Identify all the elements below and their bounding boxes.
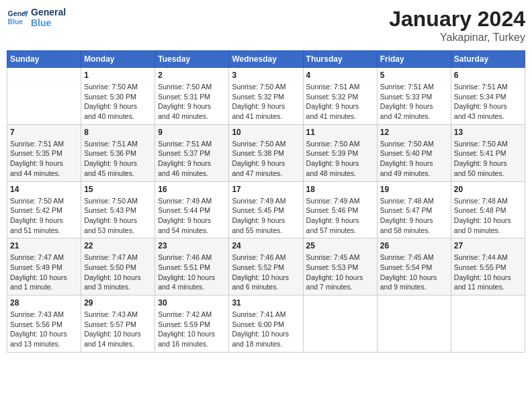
day-info: Sunrise: 7:50 AMSunset: 5:30 PMDaylight:…: [84, 82, 152, 122]
calendar-cell: 19Sunrise: 7:48 AMSunset: 5:47 PMDayligh…: [377, 181, 451, 238]
calendar-cell: 11Sunrise: 7:50 AMSunset: 5:39 PMDayligh…: [303, 124, 377, 181]
day-number: 31: [232, 298, 300, 308]
logo-text: GeneralBlue: [31, 7, 66, 28]
day-info: Sunrise: 7:43 AMSunset: 5:57 PMDaylight:…: [84, 310, 152, 349]
calendar-cell: 8Sunrise: 7:51 AMSunset: 5:36 PMDaylight…: [81, 124, 155, 181]
calendar-cell: 31Sunrise: 7:41 AMSunset: 6:00 PMDayligh…: [229, 295, 303, 353]
calendar-cell: 12Sunrise: 7:50 AMSunset: 5:40 PMDayligh…: [377, 124, 451, 181]
day-number: 21: [10, 241, 78, 250]
day-number: 18: [306, 185, 374, 194]
day-number: 22: [84, 241, 152, 250]
svg-text:Blue: Blue: [8, 18, 24, 26]
day-number: 13: [454, 128, 522, 137]
calendar-cell: 13Sunrise: 7:50 AMSunset: 5:41 PMDayligh…: [451, 124, 525, 181]
page-header: General Blue GeneralBlue January 2024 Ya…: [7, 7, 525, 44]
calendar-cell: 14Sunrise: 7:50 AMSunset: 5:42 PMDayligh…: [7, 181, 81, 238]
day-info: Sunrise: 7:50 AMSunset: 5:40 PMDaylight:…: [380, 139, 448, 179]
day-number: 17: [232, 185, 300, 194]
calendar-cell: 29Sunrise: 7:43 AMSunset: 5:57 PMDayligh…: [81, 295, 155, 353]
calendar-cell: 3Sunrise: 7:50 AMSunset: 5:32 PMDaylight…: [229, 68, 303, 125]
day-number: 30: [158, 298, 226, 308]
day-info: Sunrise: 7:50 AMSunset: 5:32 PMDaylight:…: [232, 82, 300, 122]
calendar-cell: 24Sunrise: 7:46 AMSunset: 5:52 PMDayligh…: [229, 238, 303, 295]
day-number: 4: [306, 71, 374, 80]
day-number: 16: [158, 185, 226, 194]
day-number: 9: [158, 128, 226, 137]
day-number: 7: [10, 128, 78, 137]
dow-monday: Monday: [81, 51, 155, 68]
day-number: 19: [380, 185, 448, 194]
day-number: 2: [158, 71, 226, 80]
day-info: Sunrise: 7:48 AMSunset: 5:47 PMDaylight:…: [380, 196, 448, 236]
day-number: 23: [158, 241, 226, 250]
day-number: 25: [306, 241, 374, 250]
day-number: 28: [10, 298, 78, 308]
day-number: 10: [232, 128, 300, 137]
day-info: Sunrise: 7:49 AMSunset: 5:46 PMDaylight:…: [306, 196, 374, 236]
dow-sunday: Sunday: [7, 51, 81, 68]
logo-icon: General Blue: [7, 7, 28, 28]
day-info: Sunrise: 7:45 AMSunset: 5:53 PMDaylight:…: [306, 253, 374, 292]
month-title: January 2024: [389, 7, 525, 32]
day-info: Sunrise: 7:41 AMSunset: 6:00 PMDaylight:…: [232, 310, 300, 349]
calendar-cell: 9Sunrise: 7:51 AMSunset: 5:37 PMDaylight…: [155, 124, 229, 181]
day-info: Sunrise: 7:47 AMSunset: 5:50 PMDaylight:…: [84, 253, 152, 292]
day-info: Sunrise: 7:42 AMSunset: 5:59 PMDaylight:…: [158, 310, 226, 349]
day-number: 29: [84, 298, 152, 308]
day-info: Sunrise: 7:47 AMSunset: 5:49 PMDaylight:…: [10, 253, 78, 292]
day-number: 20: [454, 185, 522, 194]
day-number: 26: [380, 241, 448, 250]
day-number: 15: [84, 185, 152, 194]
calendar-cell: 23Sunrise: 7:46 AMSunset: 5:51 PMDayligh…: [155, 238, 229, 295]
calendar-cell: 22Sunrise: 7:47 AMSunset: 5:50 PMDayligh…: [81, 238, 155, 295]
calendar-table: SundayMondayTuesdayWednesdayThursdayFrid…: [7, 50, 525, 353]
day-number: 24: [232, 241, 300, 250]
day-info: Sunrise: 7:50 AMSunset: 5:42 PMDaylight:…: [10, 196, 78, 236]
day-info: Sunrise: 7:50 AMSunset: 5:39 PMDaylight:…: [306, 139, 374, 179]
calendar-cell: 4Sunrise: 7:51 AMSunset: 5:32 PMDaylight…: [303, 68, 377, 125]
calendar-cell: 6Sunrise: 7:51 AMSunset: 5:34 PMDaylight…: [451, 68, 525, 125]
day-number: 27: [454, 241, 522, 250]
calendar-cell: [451, 295, 525, 353]
day-info: Sunrise: 7:51 AMSunset: 5:35 PMDaylight:…: [10, 139, 78, 179]
calendar-cell: 27Sunrise: 7:44 AMSunset: 5:55 PMDayligh…: [451, 238, 525, 295]
day-number: 5: [380, 71, 448, 80]
calendar-cell: 28Sunrise: 7:43 AMSunset: 5:56 PMDayligh…: [7, 295, 81, 353]
day-number: 11: [306, 128, 374, 137]
day-number: 1: [84, 71, 152, 80]
day-info: Sunrise: 7:51 AMSunset: 5:36 PMDaylight:…: [84, 139, 152, 179]
calendar-cell: 15Sunrise: 7:50 AMSunset: 5:43 PMDayligh…: [81, 181, 155, 238]
calendar-cell: 20Sunrise: 7:48 AMSunset: 5:48 PMDayligh…: [451, 181, 525, 238]
calendar-cell: [7, 68, 81, 125]
day-info: Sunrise: 7:43 AMSunset: 5:56 PMDaylight:…: [10, 310, 78, 349]
calendar-cell: 21Sunrise: 7:47 AMSunset: 5:49 PMDayligh…: [7, 238, 81, 295]
day-info: Sunrise: 7:46 AMSunset: 5:52 PMDaylight:…: [232, 253, 300, 292]
calendar-cell: 17Sunrise: 7:49 AMSunset: 5:45 PMDayligh…: [229, 181, 303, 238]
dow-wednesday: Wednesday: [229, 51, 303, 68]
dow-friday: Friday: [377, 51, 451, 68]
calendar-cell: 18Sunrise: 7:49 AMSunset: 5:46 PMDayligh…: [303, 181, 377, 238]
calendar-cell: 26Sunrise: 7:45 AMSunset: 5:54 PMDayligh…: [377, 238, 451, 295]
day-info: Sunrise: 7:49 AMSunset: 5:44 PMDaylight:…: [158, 196, 226, 236]
day-info: Sunrise: 7:50 AMSunset: 5:31 PMDaylight:…: [158, 82, 226, 122]
dow-thursday: Thursday: [303, 51, 377, 68]
dow-tuesday: Tuesday: [155, 51, 229, 68]
day-number: 12: [380, 128, 448, 137]
calendar-cell: [377, 295, 451, 353]
day-info: Sunrise: 7:51 AMSunset: 5:34 PMDaylight:…: [454, 82, 522, 122]
logo: General Blue GeneralBlue: [7, 7, 66, 28]
day-info: Sunrise: 7:49 AMSunset: 5:45 PMDaylight:…: [232, 196, 300, 236]
day-number: 6: [454, 71, 522, 80]
calendar-cell: 2Sunrise: 7:50 AMSunset: 5:31 PMDaylight…: [155, 68, 229, 125]
calendar-cell: 25Sunrise: 7:45 AMSunset: 5:53 PMDayligh…: [303, 238, 377, 295]
day-info: Sunrise: 7:51 AMSunset: 5:37 PMDaylight:…: [158, 139, 226, 179]
day-info: Sunrise: 7:50 AMSunset: 5:41 PMDaylight:…: [454, 139, 522, 179]
day-info: Sunrise: 7:44 AMSunset: 5:55 PMDaylight:…: [454, 253, 522, 292]
calendar-cell: 30Sunrise: 7:42 AMSunset: 5:59 PMDayligh…: [155, 295, 229, 353]
day-info: Sunrise: 7:50 AMSunset: 5:38 PMDaylight:…: [232, 139, 300, 179]
day-number: 8: [84, 128, 152, 137]
day-info: Sunrise: 7:45 AMSunset: 5:54 PMDaylight:…: [380, 253, 448, 292]
day-number: 3: [232, 71, 300, 80]
calendar-cell: 1Sunrise: 7:50 AMSunset: 5:30 PMDaylight…: [81, 68, 155, 125]
title-block: January 2024 Yakapinar, Turkey: [389, 7, 525, 44]
